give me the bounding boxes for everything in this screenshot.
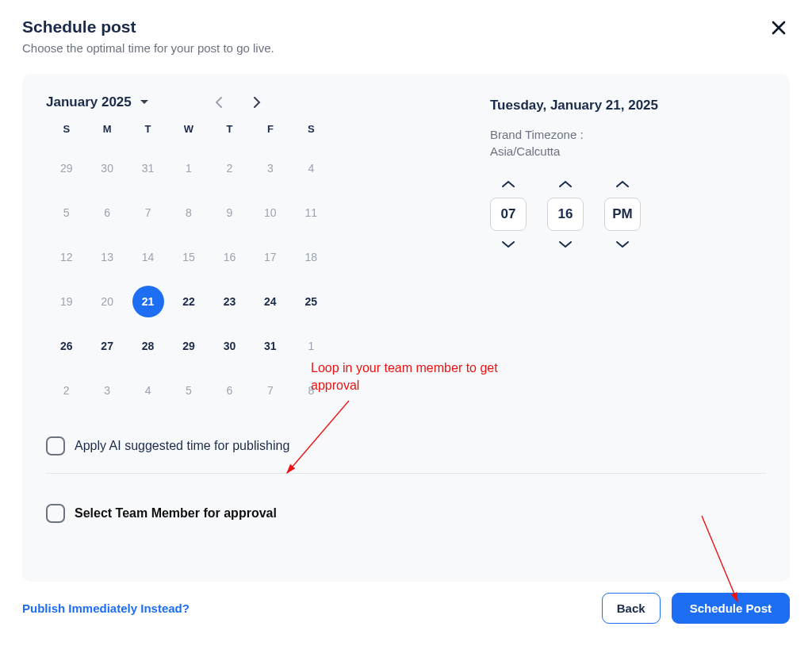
- calendar-nav: [211, 94, 265, 110]
- prev-month-button[interactable]: [211, 94, 227, 110]
- schedule-post-button[interactable]: Schedule Post: [672, 593, 790, 624]
- calendar-day[interactable]: 3: [250, 152, 290, 184]
- divider: [46, 473, 766, 474]
- calendar-day[interactable]: 22: [168, 286, 209, 317]
- calendar-day[interactable]: 19: [46, 286, 86, 317]
- minute-value[interactable]: 16: [547, 198, 584, 231]
- calendar-day[interactable]: 15: [168, 241, 209, 273]
- calendar-day[interactable]: 24: [250, 286, 290, 317]
- panel-body: January 2025 SMTWTFS29303112345678910111…: [46, 94, 766, 406]
- minute-segment: 16: [547, 175, 584, 253]
- time-picker: 07 16 PM: [490, 175, 658, 253]
- calendar-day[interactable]: 3: [86, 375, 127, 406]
- calendar-day[interactable]: 25: [291, 286, 331, 317]
- calendar-grid: SMTWTFS293031123456789101112131415161718…: [46, 123, 331, 406]
- chevron-up-icon: [501, 180, 515, 188]
- calendar-day[interactable]: 10: [250, 197, 290, 229]
- calendar-day[interactable]: 1: [168, 152, 209, 184]
- hour-up-button[interactable]: [496, 175, 520, 193]
- minute-down-button[interactable]: [553, 236, 577, 253]
- calendar-day[interactable]: 26: [46, 330, 86, 362]
- month-label: January 2025: [46, 94, 132, 110]
- approval-option: Select Team Member for approval: [46, 504, 766, 523]
- ai-time-label: Apply AI suggested time for publishing: [75, 439, 289, 453]
- modal-title: Schedule post: [22, 17, 274, 37]
- calendar-day[interactable]: 23: [209, 286, 250, 317]
- hour-segment: 07: [490, 175, 527, 253]
- calendar-day[interactable]: 30: [209, 330, 250, 362]
- calendar-day[interactable]: 2: [46, 375, 86, 406]
- calendar-day-of-week: T: [128, 123, 168, 140]
- next-month-button[interactable]: [249, 94, 265, 110]
- calendar-day[interactable]: 8: [168, 197, 209, 229]
- calendar-day[interactable]: 31: [128, 152, 168, 184]
- hour-value[interactable]: 07: [490, 198, 527, 231]
- calendar-day[interactable]: 9: [209, 197, 250, 229]
- month-selector[interactable]: January 2025: [46, 94, 149, 110]
- ampm-value[interactable]: PM: [604, 198, 641, 231]
- minute-up-button[interactable]: [553, 175, 577, 193]
- back-button[interactable]: Back: [602, 593, 661, 624]
- publish-immediately-link[interactable]: Publish Immediately Instead?: [22, 601, 190, 615]
- calendar-day[interactable]: 27: [86, 330, 127, 362]
- calendar-header: January 2025: [46, 94, 331, 110]
- calendar-day[interactable]: 2: [209, 152, 250, 184]
- calendar-day[interactable]: 5: [46, 197, 86, 229]
- schedule-panel: January 2025 SMTWTFS29303112345678910111…: [22, 74, 790, 582]
- calendar-day[interactable]: 4: [128, 375, 168, 406]
- schedule-post-modal: Schedule post Choose the optimal time fo…: [0, 0, 812, 640]
- calendar: January 2025 SMTWTFS29303112345678910111…: [46, 94, 331, 406]
- calendar-day[interactable]: 29: [46, 152, 86, 184]
- chevron-up-icon: [615, 180, 630, 188]
- calendar-day[interactable]: 7: [250, 375, 290, 406]
- calendar-day[interactable]: 14: [128, 241, 168, 273]
- calendar-day[interactable]: 13: [86, 241, 127, 273]
- calendar-day[interactable]: 11: [291, 197, 331, 229]
- close-button[interactable]: [768, 17, 790, 40]
- chevron-left-icon: [215, 97, 223, 108]
- hour-down-button[interactable]: [496, 236, 520, 253]
- calendar-day[interactable]: 31: [250, 330, 290, 362]
- modal-header: Schedule post Choose the optimal time fo…: [22, 17, 790, 55]
- calendar-day[interactable]: 7: [128, 197, 168, 229]
- calendar-day[interactable]: 29: [168, 330, 209, 362]
- calendar-day-of-week: F: [250, 123, 290, 140]
- calendar-day-of-week: W: [168, 123, 209, 140]
- calendar-day[interactable]: 20: [86, 286, 127, 317]
- calendar-day[interactable]: 28: [128, 330, 168, 362]
- ampm-up-button[interactable]: [611, 175, 634, 193]
- modal-subtitle: Choose the optimal time for your post to…: [22, 41, 274, 55]
- approval-checkbox[interactable]: [46, 504, 65, 523]
- timezone-value: Asia/Calcutta: [490, 144, 658, 158]
- datetime-column: Tuesday, January 21, 2025 Brand Timezone…: [490, 94, 658, 406]
- calendar-day-of-week: M: [86, 123, 127, 140]
- calendar-day[interactable]: 5: [168, 375, 209, 406]
- calendar-day[interactable]: 4: [291, 152, 331, 184]
- footer-buttons: Back Schedule Post: [602, 593, 790, 624]
- chevron-up-icon: [558, 180, 573, 188]
- calendar-day-of-week: S: [291, 123, 331, 140]
- calendar-day[interactable]: 17: [250, 241, 290, 273]
- close-icon: [771, 20, 787, 36]
- selected-date: Tuesday, January 21, 2025: [490, 98, 658, 113]
- calendar-day[interactable]: 30: [86, 152, 127, 184]
- chevron-down-icon: [501, 240, 515, 248]
- approval-label: Select Team Member for approval: [75, 506, 277, 521]
- calendar-day[interactable]: 12: [46, 241, 86, 273]
- chevron-right-icon: [253, 97, 261, 108]
- calendar-day[interactable]: 21: [128, 286, 168, 317]
- ai-time-option: Apply AI suggested time for publishing: [46, 436, 766, 455]
- chevron-down-icon: [558, 240, 573, 248]
- calendar-day-of-week: S: [46, 123, 86, 140]
- calendar-day[interactable]: 16: [209, 241, 250, 273]
- calendar-day[interactable]: 8: [291, 375, 331, 406]
- calendar-day[interactable]: 6: [86, 197, 127, 229]
- calendar-day[interactable]: 1: [291, 330, 331, 362]
- caret-down-icon: [140, 98, 149, 107]
- chevron-down-icon: [615, 240, 630, 248]
- ampm-segment: PM: [604, 175, 641, 253]
- calendar-day[interactable]: 6: [209, 375, 250, 406]
- ampm-down-button[interactable]: [611, 236, 634, 253]
- ai-time-checkbox[interactable]: [46, 436, 65, 455]
- calendar-day[interactable]: 18: [291, 241, 331, 273]
